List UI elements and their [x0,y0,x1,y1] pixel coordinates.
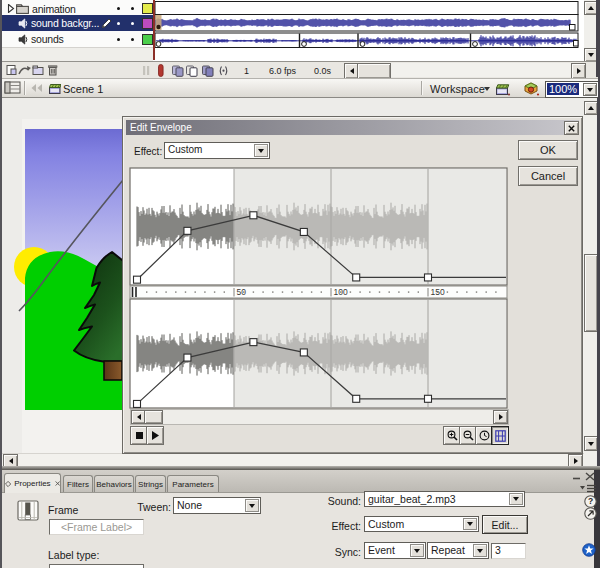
effect-dropdown-button[interactable] [254,144,268,157]
timeline-hscroll-thumb[interactable] [357,63,391,79]
zoom-dropdown-arrow-icon [587,88,593,92]
loop-combobox[interactable]: Repeat [427,542,489,559]
timeline-toggle-icon[interactable] [4,81,22,95]
dialog-title-bar[interactable]: Edit Envelope [126,120,579,135]
envelope-hscrollbar[interactable] [130,409,509,425]
edit-multiple-frames-button[interactable] [203,66,214,76]
ok-button[interactable]: OK [518,140,578,160]
playhead-marker[interactable] [159,65,164,77]
sound-combobox[interactable]: guitar_beat_2.mp3 [364,491,525,507]
edit-bar: Scene 1 Workspace 100% [2,78,600,98]
onion-skin-outlines-button[interactable] [187,66,198,76]
frame-section-label: Frame [48,504,78,516]
edit-button-label: Edit... [492,519,519,531]
tween-combobox[interactable]: None [173,497,261,514]
envelope-hscroll-thumb[interactable] [144,410,163,424]
zoom-value[interactable]: 100% [547,83,579,95]
scene-name-label[interactable]: Scene 1 [63,83,103,95]
panel-window-controls[interactable] [571,472,597,481]
effect-combobox[interactable]: Custom [364,516,479,532]
close-icon [586,473,594,480]
left-arrow-icon [350,68,354,74]
tween-value: None [177,499,202,511]
dialog-title: Edit Envelope [130,122,192,133]
elapsed-time-indicator: 0.0s [314,66,331,76]
tab-strings[interactable]: Strings [135,475,166,492]
repeat-count-input[interactable]: 3 [491,543,526,559]
loop-dropdown-button[interactable] [473,544,487,557]
layer-name: animation [32,3,153,15]
window-edge [0,0,2,568]
layer-name: sounds [31,33,153,45]
show-frames-button[interactable] [491,426,509,445]
stage-vscrollbar[interactable] [584,98,596,468]
playhead-line[interactable] [153,0,155,60]
layer-visibility-dot[interactable] [117,38,120,41]
modify-onion-markers-button[interactable] [220,67,227,76]
tab-close-icon[interactable] [55,480,60,487]
delete-layer-button[interactable] [49,66,58,75]
envelope-scroll-right-button[interactable] [493,410,508,424]
tween-dropdown-button[interactable] [245,499,259,512]
sync-dropdown-button[interactable] [410,544,424,557]
stage-hscrollbar[interactable] [2,453,584,467]
frame-icon [17,500,39,523]
timeline-status-bar: 1 6.0 fps 0.0s [2,61,600,79]
timeline-vscrollbar[interactable] [584,0,596,61]
effect-dropdown-button[interactable] [463,518,477,530]
speaker-icon [18,18,28,29]
timeline-frames-area[interactable] [153,0,584,61]
zoom-out-icon [463,430,474,441]
window-edge [596,0,600,77]
layer-lock-dot[interactable] [131,7,134,10]
tab-filters[interactable]: Filters [63,475,93,492]
expand-arrow-icon[interactable] [7,4,15,13]
insert-layer-button[interactable] [7,66,16,75]
frame-label-input[interactable]: <Frame Label> [49,519,144,535]
layer-visibility-dot[interactable] [117,22,120,25]
sound-label: Sound: [311,495,361,507]
layer-outline-color-swatch[interactable] [142,3,153,14]
layer-row-animation[interactable]: animation [2,2,153,15]
zoom-combobox[interactable]: 100% [545,81,599,98]
stage-scroll-up-button[interactable] [584,101,598,115]
launch-icon[interactable] [584,507,597,520]
up-arrow-icon [588,6,594,10]
layer-lock-dot[interactable] [131,22,134,25]
stage-scroll-down-button[interactable] [584,436,598,451]
dialog-close-button[interactable] [564,121,579,135]
onion-skin-button[interactable] [173,66,184,76]
tab-behaviors[interactable]: Behaviors [94,475,134,492]
tab-properties[interactable]: Properties [4,473,61,493]
zoom-dropdown-button[interactable] [583,83,597,96]
flash-player-icon[interactable] [582,543,596,557]
svg-text:150: 150 [431,287,445,297]
layer-row-sounds[interactable]: sounds [2,31,153,47]
down-arrow-icon [588,442,594,446]
frame-rate-indicator[interactable]: 6.0 fps [269,66,296,76]
tab-parameters[interactable]: Parameters [167,475,219,492]
insert-folder-button[interactable] [33,66,43,75]
panel-menu-icon[interactable] [580,484,597,493]
timeline-hscrollbar[interactable] [344,63,584,77]
stage-vscroll-thumb[interactable] [584,254,598,332]
sync-combobox[interactable]: Event [364,542,426,559]
timeline-scroll-right-button[interactable] [571,63,586,79]
edit-envelope-button[interactable]: Edit... [482,515,528,534]
center-frame-button-disabled[interactable] [143,66,149,75]
edit-symbol-button[interactable] [524,82,540,96]
layer-lock-dot[interactable] [131,38,134,41]
layer-outline-color-swatch[interactable] [142,18,153,29]
label-type-dropdown-partial[interactable] [49,564,144,568]
sound-dropdown-button[interactable] [509,493,523,505]
right-arrow-icon [574,458,578,464]
layer-visibility-dot[interactable] [117,7,120,10]
edit-scene-button[interactable] [496,83,511,96]
cancel-button[interactable]: Cancel [518,166,578,186]
layer-row-sound-backgr[interactable]: sound backgr... [2,15,153,31]
play-button[interactable] [146,426,164,445]
layer-outline-color-swatch[interactable] [142,34,153,45]
workspace-menu[interactable]: Workspace [430,83,485,95]
effect-combobox[interactable]: Custom [164,142,270,159]
flash-application-window: animation sound backgr... sounds [0,0,600,568]
